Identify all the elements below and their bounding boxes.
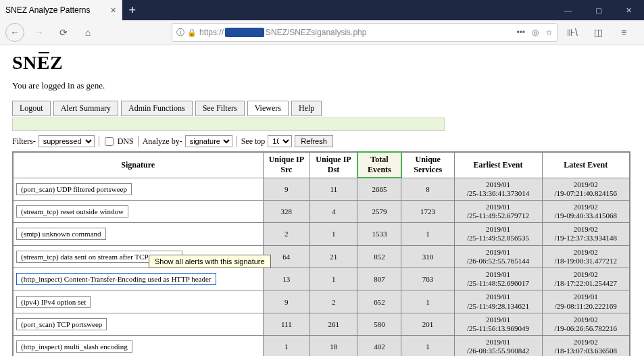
header-signature[interactable]: Signature [13, 152, 263, 178]
cell-total: 580 [357, 313, 401, 335]
menu-row: Logout Alert Summary Admin Functions See… [12, 101, 632, 116]
table-row: (ipv4) IPv4 option set9265212019/01/25-1… [13, 290, 630, 313]
filters-select[interactable]: suppressed [39, 135, 95, 147]
menu-icon[interactable]: ≡ [614, 23, 633, 42]
alert-summary-button[interactable]: Alert Summary [53, 101, 118, 116]
cell-services: 201 [401, 313, 454, 335]
cell-earliest: 2019/01/25-11:49:52.679712 [454, 200, 542, 222]
cell-earliest: 2019/01/26-08:35:55.900842 [454, 336, 542, 356]
signature-table: Signature Unique IP Src Unique IP Dst To… [12, 151, 630, 356]
logout-button[interactable]: Logout [12, 101, 51, 116]
filters-label: Filters- [12, 136, 36, 147]
header-total-events[interactable]: Total Events [357, 152, 401, 178]
cell-ip-src: 111 [263, 313, 310, 335]
reader-icon[interactable]: ◎ [532, 28, 539, 37]
url-bar[interactable]: ⓘ 🔒 https://SNEZ/SNEZsiganalysis.php •••… [172, 23, 558, 42]
maximize-icon[interactable]: ▢ [583, 0, 614, 20]
more-icon[interactable]: ••• [516, 28, 525, 37]
url-prefix: https:// [199, 28, 224, 37]
see-filters-button[interactable]: See Filters [195, 101, 245, 116]
url-redacted [225, 28, 264, 37]
cell-ip-dst: 11 [310, 178, 357, 200]
analyze-select[interactable]: signature [185, 135, 232, 147]
browser-navbar: ← → ⟳ ⌂ ⓘ 🔒 https://SNEZ/SNEZsiganalysis… [0, 20, 644, 45]
signature-tooltip: Show all alerts with this signature [149, 255, 271, 268]
cell-earliest: 2019/01/25-11:49:28.134621 [454, 290, 542, 313]
header-earliest[interactable]: Earliest Event [454, 152, 542, 178]
cell-total: 2579 [357, 200, 401, 222]
window-controls: — ▢ ✕ [553, 0, 644, 20]
dns-label: DNS [118, 136, 134, 147]
cell-services: 1 [401, 336, 454, 356]
cell-latest: 2019/01/29-08:11:20.222169 [542, 290, 630, 313]
table-row: (stream_tcp) data sent on stream after T… [13, 245, 630, 268]
info-icon[interactable]: ⓘ [176, 27, 184, 39]
analyze-label: Analyze by- [143, 136, 182, 147]
new-tab-button[interactable]: + [122, 0, 143, 20]
browser-tab[interactable]: SNEZ Analyze Patterns × [0, 0, 122, 20]
cell-latest: 2019/02/19-09:40:33.415068 [542, 200, 630, 222]
close-icon[interactable]: × [110, 5, 116, 16]
admin-functions-button[interactable]: Admin Functions [121, 101, 193, 116]
viewers-button[interactable]: Viewers [247, 101, 289, 116]
back-icon[interactable]: ← [5, 23, 24, 42]
home-icon[interactable]: ⌂ [78, 23, 97, 42]
cell-services: 310 [401, 245, 454, 268]
cell-ip-dst: 1 [310, 268, 357, 290]
header-latest[interactable]: Latest Event [542, 152, 630, 178]
url-suffix: SNEZ/SNEZsiganalysis.php [266, 28, 366, 37]
tab-title: SNEZ Analyze Patterns [5, 5, 90, 15]
signature-link[interactable]: (port_scan) UDP filtered portsweep [16, 183, 132, 195]
signature-link[interactable]: (smtp) unknown command [16, 228, 106, 240]
login-status: You are logged in as gene. [12, 80, 632, 91]
help-button[interactable]: Help [291, 101, 322, 116]
table-row: (stream_tcp) reset outside window3284257… [13, 200, 630, 222]
seetop-select[interactable]: 10 [268, 135, 292, 147]
cell-ip-dst: 4 [310, 200, 357, 222]
cell-latest: 2019/02/19-06:26:56.782216 [542, 313, 630, 335]
cell-latest: 2019/02/18-17:22:01.254427 [542, 268, 630, 290]
header-unique-services[interactable]: Unique Services [401, 152, 454, 178]
cell-ip-src: 1 [263, 336, 310, 356]
cell-total: 1533 [357, 223, 401, 245]
cell-services: 1 [401, 290, 454, 313]
status-bar [12, 118, 445, 131]
table-row: (http_inspect) multi_slash encoding11840… [13, 336, 630, 356]
signature-link[interactable]: (ipv4) IPv4 option set [16, 296, 91, 308]
cell-earliest: 2019/01/25-11:56:13.969049 [454, 313, 542, 335]
reload-icon[interactable]: ⟳ [54, 23, 73, 42]
forward-icon: → [30, 23, 49, 42]
cell-latest: 2019/02/19-12:37:33.934148 [542, 223, 630, 245]
header-ip-dst[interactable]: Unique IP Dst [310, 152, 357, 178]
table-row: (port_scan) UDP filtered portsweep911266… [13, 178, 630, 200]
bookmark-icon[interactable]: ☆ [545, 28, 553, 37]
library-icon[interactable]: ⊪\ [563, 23, 582, 42]
signature-link[interactable]: (http_inspect) multi_slash encoding [16, 340, 132, 353]
seetop-label: See top [241, 136, 266, 147]
minimize-icon[interactable]: — [553, 0, 583, 20]
header-ip-src[interactable]: Unique IP Src [263, 152, 310, 178]
signature-link[interactable]: (http_inspect) Content-Transfer-Encoding… [16, 273, 216, 285]
cell-services: 763 [401, 268, 454, 290]
cell-ip-src: 2 [263, 223, 310, 245]
site-title: SNEZ [12, 52, 632, 74]
signature-link[interactable]: (port_scan) TCP portsweep [16, 318, 107, 330]
cell-ip-dst: 2 [310, 290, 357, 313]
cell-ip-src: 328 [263, 200, 310, 222]
signature-link[interactable]: (stream_tcp) reset outside window [16, 205, 128, 218]
cell-ip-src: 9 [263, 178, 310, 200]
cell-ip-dst: 18 [310, 336, 357, 356]
refresh-button[interactable]: Refresh [295, 135, 333, 147]
cell-earliest: 2019/01/25-11:48:52.696017 [454, 268, 542, 290]
close-window-icon[interactable]: ✕ [614, 0, 644, 20]
window-titlebar: SNEZ Analyze Patterns × + — ▢ ✕ [0, 0, 644, 20]
filter-row: Filters- suppressed DNS Analyze by- sign… [12, 135, 632, 147]
cell-earliest: 2019/01/25-11:49:52.856535 [454, 223, 542, 245]
dns-checkbox[interactable] [105, 137, 114, 146]
cell-total: 2665 [357, 178, 401, 200]
cell-ip-src: 13 [263, 268, 310, 290]
tab-area: SNEZ Analyze Patterns × + [0, 0, 143, 20]
lock-icon[interactable]: 🔒 [187, 28, 197, 37]
sidebar-icon[interactable]: ◫ [589, 23, 608, 42]
table-row: (port_scan) TCP portsweep111261580201201… [13, 313, 630, 335]
